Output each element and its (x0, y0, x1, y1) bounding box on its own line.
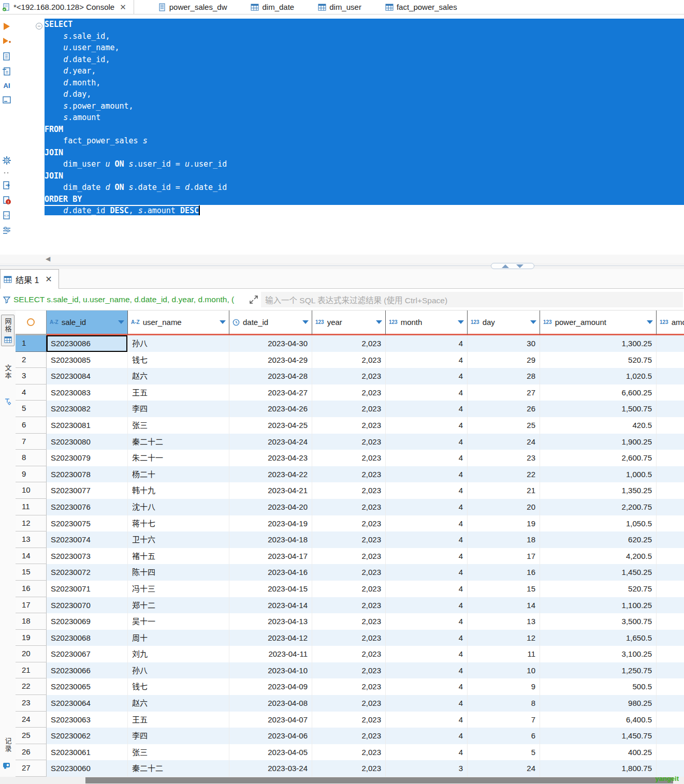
grid-cell[interactable]: 2023-04-06 (229, 728, 312, 744)
grid-cell[interactable]: 2,023 (312, 760, 386, 777)
grid-cell[interactable] (657, 613, 684, 630)
row-number[interactable]: 12 (16, 515, 47, 532)
grid-cell[interactable]: 2023-04-24 (229, 434, 312, 450)
value-viewer-icon[interactable] (4, 397, 12, 406)
grid-cell[interactable]: 4 (386, 728, 468, 744)
grid-cell[interactable]: 5 (468, 744, 540, 761)
grid-cell[interactable]: 25 (468, 417, 540, 434)
row-number[interactable]: 18 (16, 613, 47, 630)
row-number[interactable]: 19 (16, 630, 47, 646)
row-number[interactable]: 5 (16, 401, 47, 417)
grid-cell[interactable]: 4 (386, 499, 468, 515)
grid-cell[interactable]: 4 (386, 434, 468, 450)
grid-cell[interactable]: 4 (386, 548, 468, 565)
grid-cell[interactable]: 4 (386, 662, 468, 679)
grid-cell[interactable]: S20230060 (47, 760, 128, 777)
grid-cell[interactable]: 1,000.5 (540, 466, 657, 483)
expand-filter-icon[interactable] (249, 294, 260, 305)
sql-line[interactable]: d.date_id, (45, 54, 684, 66)
grid-cell[interactable]: S20230069 (47, 613, 128, 630)
tab-console[interactable]: *<192.168.200.128> Console ✕ (0, 0, 134, 14)
grid-cell[interactable]: S20230068 (47, 630, 128, 646)
sql-code[interactable]: SELECT s.sale_id, u.user_name, d.date_id… (45, 14, 684, 255)
sql-line[interactable]: s.sale_id, (45, 31, 684, 42)
grid-cell[interactable] (657, 515, 684, 532)
sql-line[interactable]: d.day, (45, 88, 684, 100)
grid-cell[interactable]: 2023-04-05 (229, 744, 312, 761)
grid-cell[interactable]: S20230085 (47, 352, 128, 368)
grid-cell[interactable] (657, 368, 684, 384)
grid-cell[interactable]: 2,023 (312, 564, 386, 581)
grid-cell[interactable]: 2023-04-16 (229, 564, 312, 581)
sql-line[interactable]: dim_date d ON s.date_id = d.date_id (45, 182, 684, 194)
grid-cell[interactable]: 2023-04-10 (229, 662, 312, 679)
grid-cell[interactable] (657, 352, 684, 368)
grid-cell[interactable]: S20230080 (47, 434, 128, 450)
filter-input[interactable]: 输入一个 SQL 表达式来过滤结果 (使用 Ctrl+Space) (261, 292, 683, 307)
grid-cell[interactable]: 蒋十七 (128, 515, 229, 532)
grid-cell[interactable] (657, 401, 684, 417)
grid-cell[interactable]: 卫十六 (128, 531, 229, 548)
column-dropdown-icon[interactable] (302, 320, 309, 324)
grid-cell[interactable]: 2,023 (312, 744, 386, 761)
grid-cell[interactable]: 29 (468, 352, 540, 368)
row-number[interactable]: 6 (16, 417, 47, 434)
grid-cell[interactable]: 2023-04-21 (229, 482, 312, 499)
grid-cell[interactable]: 4 (386, 450, 468, 466)
grid-cell[interactable]: 2023-04-28 (229, 368, 312, 384)
grid-cell[interactable]: 2023-04-11 (229, 646, 312, 662)
grid-cell[interactable]: 2,023 (312, 630, 386, 646)
results-tab-close-icon[interactable]: ✕ (45, 274, 52, 284)
grid-cell[interactable]: 4,200.5 (540, 548, 657, 565)
grid-cell[interactable]: S20230074 (47, 531, 128, 548)
grid-cell[interactable]: 1,100.25 (540, 597, 657, 614)
sql-line[interactable]: fact_power_sales s (45, 135, 684, 147)
column-header-date_id[interactable]: date_id (229, 310, 312, 335)
column-dropdown-icon[interactable] (647, 320, 653, 324)
grid-cell[interactable] (657, 597, 684, 614)
grid-cell[interactable]: 2023-04-09 (229, 678, 312, 695)
grid-cell[interactable]: 赵六 (128, 695, 229, 712)
grid-cell[interactable]: 8 (468, 695, 540, 712)
row-number[interactable]: 13 (16, 531, 47, 548)
tab-dim-date[interactable]: dim_date (251, 0, 294, 14)
grid-cell[interactable]: 2,023 (312, 531, 386, 548)
grid-cell[interactable]: 2,023 (312, 728, 386, 744)
grid-cell[interactable]: 9 (468, 678, 540, 695)
grid-cell[interactable]: 2,023 (312, 417, 386, 434)
view-tab-grid[interactable]: 网格 (1, 315, 14, 346)
grid-cell[interactable]: 4 (386, 352, 468, 368)
grid-cell[interactable]: 王五 (128, 384, 229, 401)
grid-cell[interactable]: 6,400.5 (540, 712, 657, 728)
tab-fact-power-sales[interactable]: fact_power_sales (385, 0, 457, 14)
sql-editor[interactable]: − SELECT s.sale_id, u.user_name, d.date_… (13, 14, 684, 255)
column-header-day[interactable]: 123day (468, 310, 540, 335)
grid-cell[interactable] (657, 564, 684, 581)
grid-cell[interactable]: 12 (468, 630, 540, 646)
grid-cell[interactable]: 20 (468, 499, 540, 515)
results-tab[interactable]: 结果 1 ✕ (0, 269, 59, 289)
grid-cell[interactable]: 2,023 (312, 662, 386, 679)
column-dropdown-icon[interactable] (458, 320, 464, 324)
grid-cell[interactable]: 2023-04-29 (229, 352, 312, 368)
column-header-sale_id[interactable]: A-Zsale_id (47, 310, 128, 335)
grid-cell[interactable]: 2023-04-07 (229, 712, 312, 728)
grid-cell[interactable]: 18 (468, 531, 540, 548)
row-number[interactable]: 23 (16, 695, 47, 712)
grid-cell[interactable]: S20230076 (47, 499, 128, 515)
sql-line[interactable]: JOIN (45, 147, 684, 159)
grid-cell[interactable]: 郑十二 (128, 597, 229, 614)
grid-cell[interactable]: 李四 (128, 728, 229, 744)
grid-cell[interactable]: 4 (386, 401, 468, 417)
grid-cell[interactable]: 2023-04-23 (229, 450, 312, 466)
grid-cell[interactable]: 周十 (128, 630, 229, 646)
sql-line[interactable]: u.user_name, (45, 42, 684, 54)
grid-cell[interactable]: 钱七 (128, 352, 229, 368)
splitter-collapse-control[interactable] (491, 263, 534, 269)
grid-cell[interactable]: 1,020.5 (540, 368, 657, 384)
grid-cell[interactable]: 3,500.75 (540, 613, 657, 630)
grid-cell[interactable]: 3,100.25 (540, 646, 657, 662)
grid-cell[interactable]: 2023-04-30 (229, 335, 312, 352)
record-mode-toggle[interactable]: 记录 (0, 737, 16, 753)
grid-cell[interactable]: 16 (468, 564, 540, 581)
